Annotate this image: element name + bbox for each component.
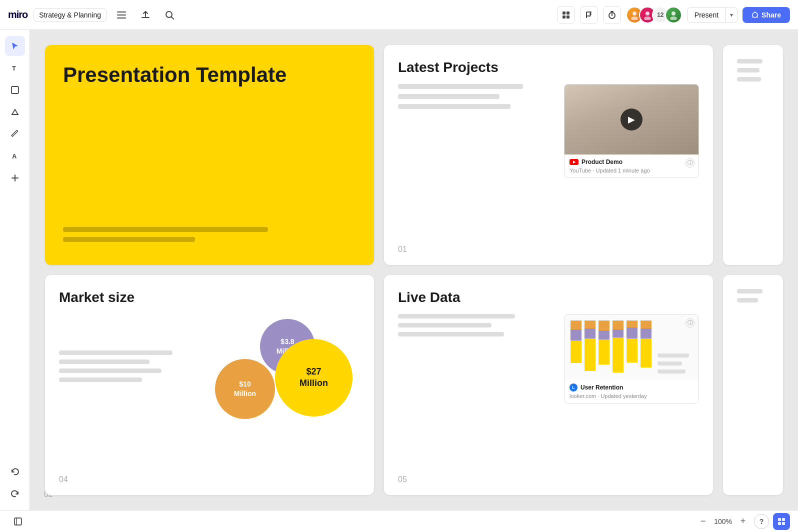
apps-grid-icon[interactable]: [557, 6, 575, 24]
add-tool[interactable]: [5, 168, 25, 188]
svg-rect-28: [782, 518, 785, 521]
bar-chart: [564, 314, 698, 380]
svg-point-13: [644, 16, 651, 20]
market-lines: [59, 350, 210, 387]
live-data-title: Live Data: [398, 289, 699, 306]
market-size-title: Market size: [59, 289, 360, 306]
partial-card-2: [723, 275, 783, 495]
bubble-chart: $3.8Million $10Million $27Million: [210, 314, 360, 424]
flag-icon[interactable]: [580, 6, 598, 24]
cursor-tool[interactable]: [5, 36, 25, 56]
svg-rect-29: [778, 522, 781, 525]
youtube-icon: ▶: [570, 159, 578, 165]
live-content: ⓘ: [398, 314, 699, 404]
chart-meta: looker.com · Updated yesterday: [570, 393, 694, 399]
sidebar: T A: [0, 30, 30, 510]
latest-lines: [398, 84, 554, 114]
svg-rect-30: [782, 522, 785, 525]
svg-point-3: [166, 12, 172, 18]
share-button[interactable]: Share: [742, 7, 790, 23]
miro-logo: miro: [8, 9, 28, 20]
svg-text:T: T: [12, 64, 16, 72]
svg-rect-7: [562, 16, 566, 18]
chart-widget[interactable]: ⓘ: [564, 314, 699, 404]
help-button[interactable]: ?: [754, 514, 769, 529]
zoom-out-button[interactable]: −: [696, 514, 710, 528]
card-number: 05: [398, 475, 407, 484]
svg-rect-25: [14, 518, 22, 525]
live-lines: [398, 314, 554, 342]
svg-rect-2: [117, 18, 126, 18]
chart-title: User Retention: [580, 384, 623, 391]
svg-point-12: [646, 12, 650, 16]
video-meta: YouTube · Updated 1 minute ago: [570, 168, 694, 174]
svg-line-4: [172, 17, 174, 19]
avatar-group: 12: [626, 6, 682, 24]
chart-info: L User Retention looker.com · Updated ye…: [564, 380, 698, 403]
font-tool[interactable]: A: [5, 146, 25, 166]
topbar: miro Strategy & Planning 12: [0, 0, 798, 30]
zoom-in-button[interactable]: +: [736, 514, 750, 528]
play-button[interactable]: ▶: [620, 108, 642, 130]
zoom-level: 100%: [714, 518, 732, 526]
svg-point-15: [670, 16, 677, 20]
svg-point-11: [631, 16, 638, 20]
latest-content: ▶ ⓘ ▶ Product Demo YouTube · Updated 1 m…: [398, 84, 699, 178]
presentation-card: Presentation Template: [45, 45, 374, 265]
sticky-note-tool[interactable]: [5, 80, 25, 100]
partial-card-1: 02: [723, 45, 783, 265]
search-icon[interactable]: [160, 6, 178, 24]
board-title[interactable]: Strategy & Planning: [34, 8, 106, 22]
video-widget[interactable]: ▶ ⓘ ▶ Product Demo YouTube · Updated 1 m…: [564, 84, 699, 178]
svg-rect-27: [778, 518, 781, 521]
market-content: $3.8Million $10Million $27Million: [59, 314, 360, 424]
zoom-controls: − 100% + ?: [696, 513, 790, 530]
partial-lines: [737, 59, 769, 82]
avatar: [665, 6, 682, 24]
latest-projects-title: Latest Projects: [398, 59, 699, 76]
redo-tool[interactable]: [5, 484, 25, 504]
timer-icon[interactable]: [603, 6, 621, 24]
svg-rect-21: [12, 86, 18, 94]
latest-projects-card: Latest Projects ▶ ⓘ ▶ Product Demo: [384, 45, 713, 265]
video-source: ▶ Product Demo: [570, 158, 694, 166]
svg-line-18: [752, 16, 754, 18]
svg-rect-8: [566, 16, 570, 18]
market-size-card: Market size $3.8Million $10Million $: [45, 275, 374, 495]
presentation-lines: [63, 227, 356, 247]
video-title: Product Demo: [582, 158, 622, 166]
text-tool[interactable]: T: [5, 58, 25, 78]
live-data-card: Live Data ⓘ: [384, 275, 713, 495]
bubble-medium: $10Million: [215, 359, 275, 419]
panel-toggle-icon[interactable]: [8, 512, 28, 532]
shapes-tool[interactable]: [5, 102, 25, 122]
menu-icon[interactable]: [112, 6, 130, 24]
svg-rect-5: [562, 12, 566, 14]
video-thumbnail: ▶: [564, 84, 698, 154]
card-number: 04: [59, 475, 68, 484]
bubble-large: $27Million: [275, 339, 352, 416]
svg-rect-1: [117, 14, 126, 16]
svg-text:A: A: [12, 152, 17, 160]
pen-tool[interactable]: [5, 124, 25, 144]
svg-rect-6: [566, 12, 570, 14]
export-icon[interactable]: [136, 6, 154, 24]
card-number: 01: [398, 245, 407, 254]
looker-icon: L: [570, 384, 578, 392]
bottombar: − 100% + ?: [0, 510, 798, 532]
presentation-title: Presentation Template: [63, 63, 356, 87]
chevron-down-icon: ▾: [726, 8, 737, 22]
chart-info-icon[interactable]: ⓘ: [686, 318, 694, 328]
svg-rect-0: [117, 12, 126, 12]
chart-source: L User Retention: [570, 384, 694, 392]
apps-button[interactable]: [773, 513, 790, 530]
undo-tool[interactable]: [5, 462, 25, 482]
info-icon[interactable]: ⓘ: [686, 158, 694, 168]
svg-point-14: [672, 12, 676, 16]
canvas: Presentation Template Latest Projects ▶: [30, 30, 798, 510]
svg-point-10: [632, 12, 636, 16]
svg-line-19: [757, 16, 758, 18]
present-button[interactable]: Present ▾: [687, 7, 738, 23]
